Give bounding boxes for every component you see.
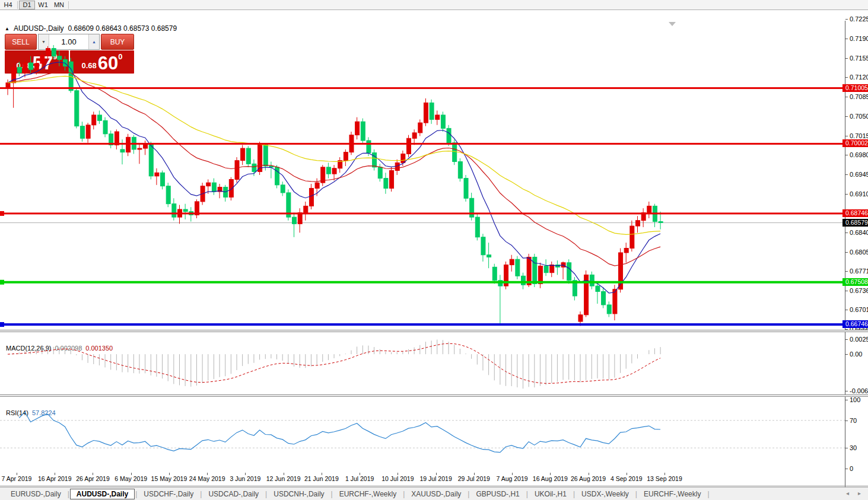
timeframe-d1-button[interactable]: D1 — [19, 1, 35, 9]
rsi-axis-tick — [845, 469, 848, 469]
price-axis-tick — [845, 39, 848, 39]
price-axis-label: 0.68400 — [850, 229, 868, 236]
chart-bottom-border — [0, 486, 868, 486]
price-axis-tick — [845, 136, 848, 136]
price-axis-tick — [845, 77, 848, 78]
chart-tab-bar: EURUSD-,Daily|AUDUSD-,Daily|USDCHF-,Dail… — [0, 487, 868, 500]
price-axis-label: 0.70850 — [850, 93, 868, 100]
tab-separator: | — [707, 490, 710, 498]
price-level-tag: 0.67508 — [842, 278, 868, 286]
price-axis-tick — [845, 116, 848, 117]
chart-tab-usdx-weekly[interactable]: USDX-,Weekly — [576, 489, 635, 499]
rsi-axis-tick — [845, 448, 848, 448]
chart-tab-usdcad-daily[interactable]: USDCAD-,Daily — [202, 489, 265, 499]
chart-tab-eurusd-daily[interactable]: EURUSD-,Daily — [5, 489, 67, 499]
mt4-window: H4 D1 W1 MN ▲ AUDUSD-,Daily 0.68609 0.68… — [0, 0, 868, 500]
price-axis-label: 0.70150 — [850, 132, 868, 139]
pane-splitter[interactable] — [0, 394, 868, 397]
date-axis[interactable] — [0, 473, 845, 486]
chart-window: ▲ AUDUSD-,Daily 0.68609 0.68643 0.68573 … — [0, 10, 868, 486]
price-axis-label: 0.67360 — [850, 287, 868, 294]
price-axis-label: 0.69100 — [850, 190, 868, 198]
price-axis-tick — [845, 194, 848, 195]
timeframe-mn-button[interactable]: MN — [51, 1, 67, 9]
main-chart-canvas[interactable] — [0, 11, 845, 330]
macd-axis-label: 0.002574 — [850, 336, 868, 343]
timeframe-toolbar: H4 D1 W1 MN — [0, 0, 868, 10]
price-axis-label: 0.67010 — [850, 306, 868, 313]
chart-tab-eurchf-weekly[interactable]: EURCHF-,Weekly — [638, 489, 707, 499]
chart-tab-eurchf-weekly[interactable]: EURCHF-,Weekly — [333, 489, 402, 499]
price-axis-label: 0.68050 — [850, 249, 868, 256]
price-level-tag: 0.70002 — [842, 139, 868, 147]
macd-axis-label: -0.006326 — [850, 387, 868, 394]
macd-axis-label: 0.00 — [850, 351, 862, 358]
price-axis-label: 0.71200 — [850, 74, 868, 81]
price-axis[interactable] — [845, 21, 868, 496]
toolbar-separator — [68, 1, 69, 9]
macd-canvas[interactable] — [0, 333, 845, 395]
price-axis-label: 0.71550 — [850, 55, 868, 62]
price-level-tag: 0.66746 — [842, 320, 868, 328]
rsi-axis-label: 100 — [850, 396, 860, 403]
price-axis-tick — [845, 310, 848, 310]
price-axis-label: 0.70500 — [850, 113, 868, 120]
rsi-axis-tick — [845, 400, 848, 400]
price-axis-label: 0.69800 — [850, 151, 868, 158]
current-price-tag: 0.68579 — [842, 219, 868, 227]
rsi-axis-tick — [845, 421, 848, 421]
macd-axis-tick — [845, 354, 848, 355]
chart-tab-gbpusd-h1[interactable]: GBPUSD-,H1 — [470, 489, 525, 499]
price-level-tag: 0.68746 — [842, 209, 868, 217]
chart-tab-ukoil-h1[interactable]: UKOil-,H1 — [529, 489, 573, 499]
timeframe-w1-button[interactable]: W1 — [35, 1, 51, 9]
price-level-tag: 0.71005 — [842, 84, 868, 92]
price-axis-label: 0.72250 — [850, 15, 868, 23]
tab-scroll-left-icon[interactable]: ◂ — [846, 490, 849, 496]
price-axis-tick — [845, 58, 848, 59]
toolbar-separator — [17, 1, 18, 9]
macd-axis-tick — [845, 339, 848, 340]
rsi-canvas[interactable] — [0, 397, 845, 473]
chart-tab-usdcnh-daily[interactable]: USDCNH-,Daily — [268, 489, 330, 499]
timeframe-h4-button[interactable]: H4 — [0, 1, 16, 9]
pane-splitter[interactable] — [0, 330, 868, 332]
chart-tab-usdchf-daily[interactable]: USDCHF-,Daily — [138, 489, 199, 499]
tab-scroll-right-icon[interactable]: ▸ — [858, 490, 861, 496]
price-axis-tick — [845, 174, 848, 175]
rsi-axis-label: 0 — [850, 465, 853, 472]
price-axis-tick — [845, 291, 848, 291]
macd-axis-tick — [845, 391, 848, 391]
price-axis-tick — [845, 19, 848, 20]
rsi-axis-label: 70 — [850, 417, 857, 424]
price-axis-tick — [845, 271, 848, 272]
price-axis-tick — [845, 155, 848, 155]
price-axis-label: 0.67710 — [850, 267, 868, 275]
price-axis-tick — [845, 252, 848, 253]
price-axis-label: 0.69450 — [850, 171, 868, 178]
chart-tab-audusd-daily[interactable]: AUDUSD-,Daily — [70, 489, 135, 499]
price-axis-tick — [845, 97, 848, 97]
price-axis-label: 0.71900 — [850, 35, 868, 42]
rsi-axis-label: 30 — [850, 444, 857, 451]
chart-tab-xauusd-daily[interactable]: XAUUSD-,Daily — [405, 489, 467, 499]
price-axis-tick — [845, 233, 848, 233]
